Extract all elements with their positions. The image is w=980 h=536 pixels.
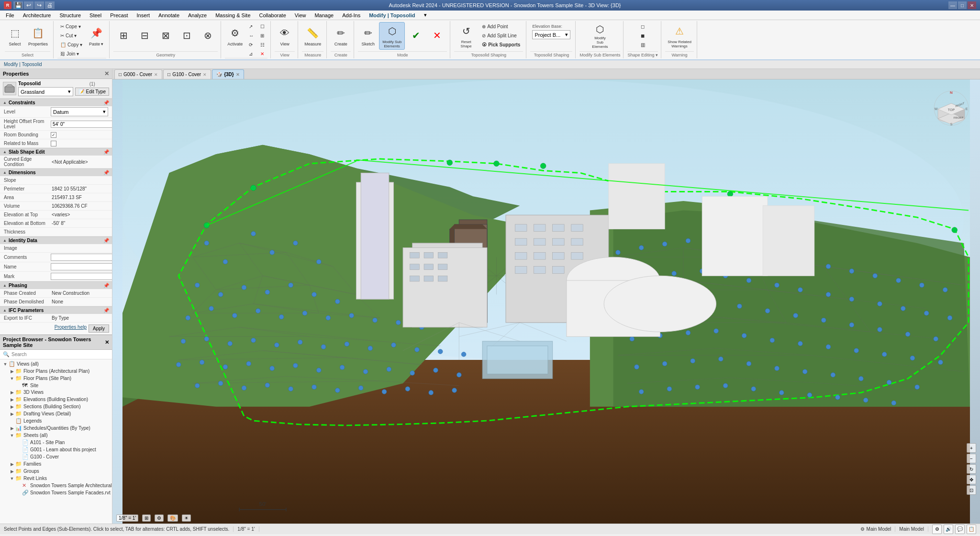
phasing-header[interactable]: Phasing 📌 [0, 281, 112, 289]
view-cube[interactable]: TOP RIGHT FRONT N E S W [932, 89, 970, 127]
tree-sheets[interactable]: ▼ 📁 Sheets (all) [0, 432, 112, 439]
dimensions-header[interactable]: Dimensions 📌 [0, 168, 112, 176]
properties-button[interactable]: 📋 Properties [26, 22, 50, 50]
shape-edit-2[interactable]: ◼ [638, 31, 648, 40]
phasing-pin[interactable]: 📌 [103, 283, 109, 288]
tab-g100-cover[interactable]: □ G100 - Cover ✕ [163, 69, 211, 79]
nav-fit[interactable]: ⊡ [967, 485, 976, 495]
tree-views-all[interactable]: ▼ 📋 Views (all) [0, 360, 112, 368]
slab-shape-header[interactable]: Slab Shape Edit 📌 [0, 148, 112, 156]
slab-shape-pin[interactable]: 📌 [103, 149, 109, 155]
tree-site[interactable]: 🗺 Site [0, 382, 112, 389]
geometry-btn2[interactable]: ⊟ [134, 22, 155, 50]
sunpath-button[interactable]: ☀ [182, 514, 191, 522]
geometry-btn3[interactable]: ⊠ [156, 22, 176, 50]
measure-button[interactable]: 📏 Measure [302, 22, 323, 50]
properties-close[interactable]: ✕ [104, 70, 109, 77]
menu-modify-toposolid[interactable]: Modify | Toposolid [365, 11, 419, 19]
edit-type-button[interactable]: 📝 Edit Type [75, 88, 109, 96]
status-icon-2[interactable]: 🔊 [944, 525, 953, 534]
sketch-button[interactable]: ✏ Sketch [358, 22, 378, 50]
status-icon-4[interactable]: 📋 [967, 525, 976, 534]
tree-g100[interactable]: 📄 G100 - Cover [0, 453, 112, 460]
tree-sections[interactable]: ▶ 📁 Sections (Building Section) [0, 403, 112, 410]
dimensions-pin[interactable]: 📌 [103, 170, 109, 175]
properties-help-link[interactable]: Properties help [55, 324, 87, 333]
create-button[interactable]: ✏ Create [331, 22, 351, 50]
browser-close[interactable]: ✕ [105, 339, 109, 346]
menu-view[interactable]: View [291, 11, 310, 19]
undo-button[interactable]: ↩ [24, 1, 33, 9]
menu-manage[interactable]: Manage [311, 11, 337, 19]
apply-button[interactable]: Apply [89, 324, 109, 333]
pick-supports-button[interactable]: ⦿ Pick Supports [479, 40, 523, 49]
tree-floor-plans-site[interactable]: ▼ 📁 Floor Plans (Site Plan) [0, 375, 112, 382]
add-split-line-button[interactable]: ⊘ Add Split Line [479, 31, 523, 40]
tab-g100-close[interactable]: ✕ [203, 72, 207, 77]
join-button[interactable]: ⛓ Join ▾ [57, 49, 85, 58]
view-button[interactable]: 👁 View [275, 22, 295, 50]
menu-annotate[interactable]: Annotate [155, 11, 183, 19]
tree-revit-links[interactable]: ▼ 📁 Revit Links [0, 475, 112, 482]
tree-floor-plans-arch[interactable]: ▶ 📁 Floor Plans (Architectural Plan) [0, 368, 112, 375]
menu-collaborate[interactable]: Collaborate [256, 11, 290, 19]
modify-sm5[interactable]: ☐ [257, 22, 267, 31]
browser-search-input[interactable] [11, 352, 109, 357]
print-button[interactable]: 🖨 [45, 1, 55, 9]
modify-sm4[interactable]: ⊿ [246, 49, 256, 58]
identity-data-header[interactable]: Identity Data 📌 [0, 236, 112, 244]
nav-pan[interactable]: ✥ [967, 475, 976, 484]
show-related-warnings-button[interactable]: ⚠ Show Related Warnings [665, 22, 694, 50]
tab-3d-close[interactable]: ✕ [236, 72, 240, 77]
element-subtype-dropdown[interactable]: Grassland ▾ [18, 87, 73, 96]
elevation-base-dropdown[interactable]: Project B... ▾ [532, 30, 570, 39]
viewport-settings-button[interactable]: ⚙ [155, 514, 164, 522]
cancel-button[interactable]: ✕ [427, 22, 447, 50]
copy-button[interactable]: 📋 Copy ▾ [57, 40, 85, 49]
minimize-button[interactable]: — [948, 1, 957, 9]
modify-sm2[interactable]: ↔ [246, 31, 256, 40]
close-button[interactable]: ✕ [968, 1, 976, 9]
menu-addins[interactable]: Add-Ins [338, 11, 364, 19]
ifc-header[interactable]: IFC Parameters 📌 [0, 306, 112, 314]
geometry-btn5[interactable]: ⊗ [198, 22, 218, 50]
menu-file[interactable]: File [2, 11, 18, 19]
height-offset-input[interactable] [51, 121, 112, 128]
modify-sm3[interactable]: ⟳ [246, 40, 256, 49]
ifc-pin[interactable]: 📌 [103, 308, 109, 313]
tree-elevations[interactable]: ▶ 📁 Elevations (Building Elevation) [0, 396, 112, 403]
identity-pin[interactable]: 📌 [103, 238, 109, 243]
menu-structure[interactable]: Structure [56, 11, 85, 19]
tree-a101[interactable]: 📄 A101 - Site Plan [0, 439, 112, 446]
shape-edit-1[interactable]: ◻ [638, 22, 648, 31]
status-icon-3[interactable]: 💬 [955, 525, 965, 534]
geometry-btn1[interactable]: ⊞ [113, 22, 134, 50]
maximize-button[interactable]: □ [958, 1, 967, 9]
paste-button[interactable]: 📌 Paste ▾ [86, 22, 106, 50]
select-button[interactable]: ⬚ Select [5, 22, 25, 50]
cope-button[interactable]: ✂ Cope ▾ [57, 22, 85, 31]
tree-g001[interactable]: 📄 G001 - Learn about this project [0, 446, 112, 453]
tab-g000-close[interactable]: ✕ [154, 72, 158, 77]
comments-input[interactable] [51, 254, 112, 261]
modify-sub-btn[interactable]: ⬡ Modify Sub Elements [588, 22, 612, 50]
modify-sm6[interactable]: ⊞ [257, 31, 267, 40]
modify-sub-elements-button[interactable]: ⬡ Modify Sub Elements [379, 22, 405, 50]
nav-zoom-out[interactable]: − [967, 454, 976, 463]
scale-button[interactable]: 1/8" = 1' [116, 514, 138, 522]
tree-facades-rvt[interactable]: 🔗 Snowdon Towers Sample Facades.rvt [0, 489, 112, 496]
tree-3d-views[interactable]: ▶ 📁 3D Views [0, 389, 112, 396]
cut-button[interactable]: ✂ Cut ▾ [57, 31, 85, 40]
tree-families[interactable]: ▶ 📁 Families [0, 460, 112, 468]
nav-orbit[interactable]: ↻ [967, 464, 976, 474]
name-input[interactable] [51, 263, 112, 270]
tree-schedules[interactable]: ▶ 📊 Schedules/Quantities (By Type) [0, 424, 112, 432]
viewport-3d[interactable]: 50' [112, 79, 980, 524]
constraints-header[interactable]: Constraints 📌 [0, 99, 112, 106]
tab-3d[interactable]: 🎲 {3D} ✕ [212, 69, 244, 79]
status-icon-1[interactable]: ⚙ [932, 525, 942, 534]
finish-button[interactable]: ✔ [406, 22, 426, 50]
tree-legends[interactable]: 📋 Legends [0, 417, 112, 424]
menu-architecture[interactable]: Architecture [19, 11, 55, 19]
menu-more[interactable]: ▾ [420, 11, 431, 19]
